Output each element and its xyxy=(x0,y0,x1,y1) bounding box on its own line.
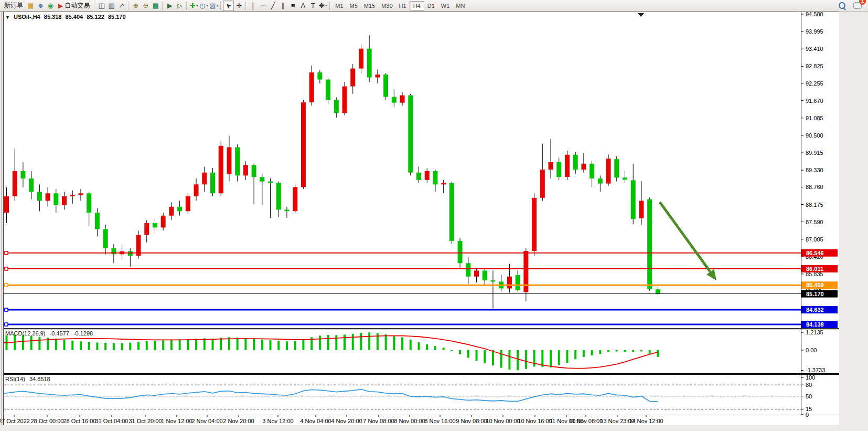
support-blue-2-handle[interactable] xyxy=(5,323,8,326)
candlestick-icon[interactable]: ▥ xyxy=(106,1,116,10)
signals-icon[interactable]: ◉ xyxy=(46,1,56,10)
macd-signal-value: -0.1298 xyxy=(73,330,93,337)
zoom-out-icon[interactable]: ⊖ xyxy=(141,1,151,10)
candle xyxy=(194,184,199,196)
bar-chart-icon-glyph: ◫ xyxy=(99,1,105,10)
profile-icon-glyph: ☻ xyxy=(37,1,45,10)
candle xyxy=(128,251,133,256)
toolbar-separator xyxy=(128,2,129,10)
ohlc-close: 85.170 xyxy=(108,14,126,20)
vertical-line-icon[interactable]: │ xyxy=(248,1,258,10)
candle xyxy=(62,196,67,205)
macd-histogram-bar xyxy=(327,335,329,350)
chart-window-icon-glyph: ▤ xyxy=(27,1,34,10)
new-chart-button-caret[interactable]: ▾ xyxy=(196,1,198,10)
time-tick-label: 27 Oct 2022 xyxy=(0,418,30,424)
tf-m5[interactable]: M5 xyxy=(347,2,361,10)
rsi-scale-label: 100 xyxy=(806,374,815,381)
time-tick-label: 14 Nov 12:00 xyxy=(629,418,663,424)
tf-w1[interactable]: W1 xyxy=(438,2,453,10)
profile-icon[interactable]: ☻ xyxy=(36,1,46,10)
price-tick-label: 90.500 xyxy=(806,132,823,139)
tf-m30[interactable]: M30 xyxy=(378,2,395,10)
new-order-button[interactable]: 新订单 xyxy=(2,1,26,10)
candle xyxy=(466,263,470,276)
macd-histogram-bar xyxy=(558,350,560,365)
cursor-icon-glyph: ➤ xyxy=(223,0,234,10)
equidistant-channel-icon[interactable]: ∥ xyxy=(278,1,288,10)
zoom-in-icon[interactable]: ⊕ xyxy=(131,1,141,10)
search-icon[interactable] xyxy=(837,1,847,10)
support-blue-1-handle[interactable] xyxy=(5,308,8,311)
resistance-1-handle[interactable] xyxy=(5,251,8,255)
tf-m1[interactable]: M1 xyxy=(332,2,346,10)
auto-trading-button[interactable]: ▶自动交易 xyxy=(56,1,92,10)
candle xyxy=(606,159,611,184)
crosshair-icon[interactable]: ✛ xyxy=(234,1,244,10)
candle xyxy=(565,155,570,177)
macd-histogram-bar xyxy=(508,350,510,370)
candle xyxy=(169,207,174,216)
tf-mn[interactable]: MN xyxy=(453,2,468,10)
macd-histogram-bar xyxy=(418,342,420,350)
chart-window-icon[interactable]: ▤ xyxy=(26,1,36,10)
periods-button[interactable]: ◷▾ xyxy=(199,1,209,10)
new-chart-button[interactable]: ✚▾ xyxy=(189,1,199,10)
tile-windows-icon[interactable]: ▦ xyxy=(151,1,160,10)
candle xyxy=(490,280,495,281)
line-chart-icon[interactable]: ↗ xyxy=(116,1,126,10)
macd-histogram-bar xyxy=(121,343,123,350)
collapse-icon[interactable]: ▼ xyxy=(5,15,10,20)
chart-shift-icon[interactable]: ▷ xyxy=(175,1,185,10)
candle xyxy=(276,183,281,209)
macd-histogram-bar xyxy=(179,340,181,350)
candle xyxy=(590,164,594,178)
resistance-2-handle[interactable] xyxy=(5,267,8,270)
horizontal-line-icon[interactable]: ─ xyxy=(258,1,268,10)
macd-histogram-bar xyxy=(467,350,469,358)
cursor-icon[interactable]: ➤ xyxy=(223,1,234,11)
svg-text:84.138: 84.138 xyxy=(806,321,824,328)
zoom-out-icon-glyph: ⊖ xyxy=(143,1,148,10)
periods-button-caret[interactable]: ▾ xyxy=(206,1,208,10)
candle xyxy=(53,193,58,205)
text-label-icon[interactable]: T xyxy=(308,1,318,10)
candle xyxy=(367,49,372,78)
tf-d1[interactable]: D1 xyxy=(424,2,438,10)
text-icon[interactable]: A xyxy=(298,1,308,10)
bar-chart-icon[interactable]: ◫ xyxy=(97,1,106,10)
candle xyxy=(202,173,207,185)
tf-m15[interactable]: M15 xyxy=(361,2,378,10)
macd-histogram-bar xyxy=(599,350,601,354)
macd-histogram-bar xyxy=(113,343,115,350)
candle xyxy=(219,146,223,194)
auto-scroll-icon[interactable]: ▶ xyxy=(165,1,175,10)
trendline-icon-glyph: ╱ xyxy=(271,1,275,10)
notification-badge: 1 xyxy=(859,0,866,5)
tf-h4[interactable]: H4 xyxy=(410,1,424,10)
candle xyxy=(309,72,314,102)
time-tick-label: 28 Oct 00:00 xyxy=(31,418,64,424)
arrows-icon-caret[interactable]: ▾ xyxy=(325,1,327,10)
time-tick-label: 4 Nov 20:00 xyxy=(331,418,362,424)
chat-icon[interactable]: 1 xyxy=(852,1,862,10)
macd-histogram-bar xyxy=(632,350,634,352)
macd-histogram-bar xyxy=(525,350,527,369)
time-tick-label: 7 Nov 08:00 xyxy=(363,418,394,424)
templates-button-caret[interactable]: ▾ xyxy=(216,1,218,10)
ohlc-low: 85.122 xyxy=(87,14,104,20)
text-icon-glyph: A xyxy=(301,1,305,10)
candle xyxy=(301,102,306,187)
tf-h1[interactable]: H1 xyxy=(396,2,410,10)
ohlc-high: 85.404 xyxy=(66,14,83,20)
price-tick-label: 91.085 xyxy=(806,115,823,121)
support-orange-handle[interactable] xyxy=(5,283,8,287)
rsi-indicator-header: RSI(14) 34.8518 xyxy=(5,376,53,382)
arrows-icon[interactable]: ✥▾ xyxy=(318,1,328,10)
fibonacci-icon[interactable]: ≡ xyxy=(288,1,298,10)
rsi-label: RSI(14) xyxy=(5,376,25,382)
trendline-icon[interactable]: ╱ xyxy=(268,1,278,10)
templates-button[interactable]: ▨▾ xyxy=(209,1,219,10)
chart-canvas[interactable]: 94.58093.99593.41092.82592.25591.67091.0… xyxy=(0,12,868,431)
time-tick-label: 3 Nov 12:00 xyxy=(262,418,293,424)
